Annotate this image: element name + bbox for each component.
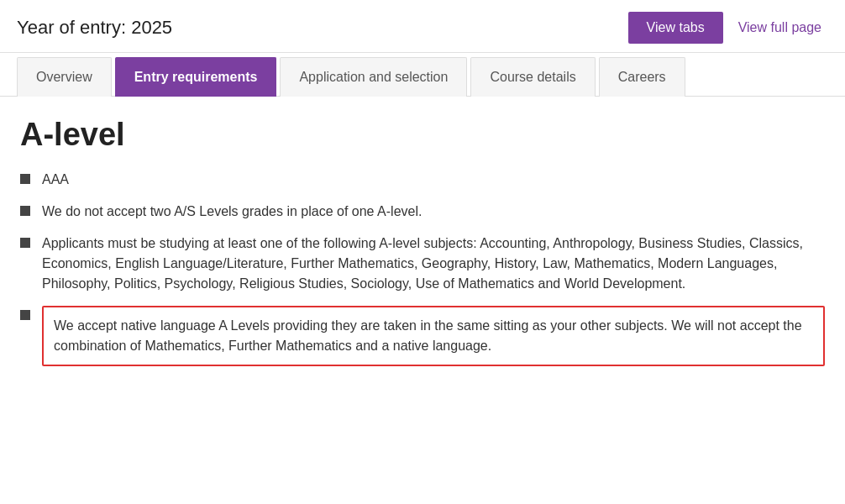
list-item: Applicants must be studying at least one… xyxy=(20,234,825,294)
bullet-icon xyxy=(20,238,30,248)
year-of-entry: Year of entry: 2025 xyxy=(17,17,172,39)
content-area: A-level AAA We do not accept two A/S Lev… xyxy=(0,97,845,398)
bullet-list: AAA We do not accept two A/S Levels grad… xyxy=(20,170,825,366)
bullet-text: Applicants must be studying at least one… xyxy=(42,234,825,294)
tabs-bar: Overview Entry requirements Application … xyxy=(0,56,845,97)
tab-application-and-selection[interactable]: Application and selection xyxy=(280,57,467,97)
tab-careers[interactable]: Careers xyxy=(599,57,685,97)
list-item-highlighted: We accept native language A Levels provi… xyxy=(20,306,825,366)
tab-course-details[interactable]: Course details xyxy=(470,57,595,97)
tab-overview[interactable]: Overview xyxy=(17,57,112,97)
list-item: We do not accept two A/S Levels grades i… xyxy=(20,202,825,222)
bullet-text: We do not accept two A/S Levels grades i… xyxy=(42,202,825,222)
bullet-icon xyxy=(20,310,30,320)
header-bar: Year of entry: 2025 View tabs View full … xyxy=(0,0,845,53)
bullet-icon xyxy=(20,206,30,216)
bullet-text: AAA xyxy=(42,170,825,190)
bullet-text-highlighted: We accept native language A Levels provi… xyxy=(42,306,825,366)
list-item: AAA xyxy=(20,170,825,190)
header-buttons: View tabs View full page xyxy=(628,12,828,44)
view-full-page-button[interactable]: View full page xyxy=(732,12,828,44)
section-title: A-level xyxy=(20,117,825,153)
view-tabs-button[interactable]: View tabs xyxy=(628,12,723,44)
bullet-icon xyxy=(20,174,30,184)
tab-entry-requirements[interactable]: Entry requirements xyxy=(115,57,277,97)
